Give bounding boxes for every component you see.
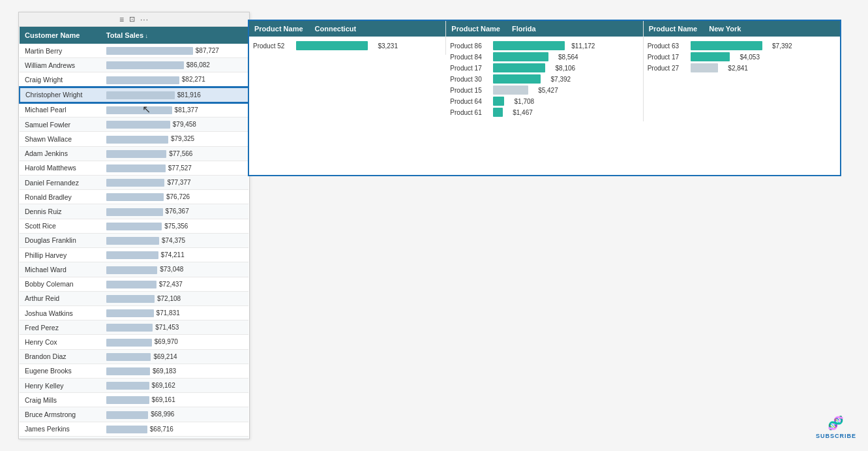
customer-name-cell: Arthur Reid — [20, 291, 101, 305]
total-sales-cell: $68,996 — [101, 407, 248, 422]
table-row[interactable]: Scott Rice$75,356 — [20, 219, 248, 233]
table-row[interactable]: Craig Wright$82,271 — [20, 72, 248, 87]
table-row[interactable]: Bruce Armstrong$68,996 — [20, 407, 248, 422]
table-row[interactable]: Ronald Bradley$76,726 — [20, 190, 248, 204]
chart-row[interactable]: Product 27$2,841 — [648, 63, 836, 72]
chart-row[interactable]: Product 17$4,053 — [648, 52, 836, 61]
table-row[interactable]: Harold Matthews$77,527 — [20, 161, 248, 175]
subscribe-area[interactable]: 🧬 SUBSCRIBE — [816, 415, 856, 439]
customer-name-cell: Fred Perez — [20, 320, 101, 335]
table-row[interactable]: Michael Pearl$81,377 — [20, 102, 248, 117]
chart-row[interactable]: Product 15$5,427 — [450, 86, 638, 95]
chart-row[interactable]: Product 63$7,392 — [648, 41, 836, 50]
chart-row[interactable]: Product 17$8,106 — [450, 63, 638, 72]
subscribe-dna-icon: 🧬 — [828, 415, 844, 431]
chart-row[interactable]: Product 61$1,467 — [450, 108, 638, 117]
table-row[interactable]: Eugene Brooks$69,183 — [20, 364, 248, 378]
connecticut-chart: Product Name Connecticut Product 52$3,23… — [249, 21, 446, 55]
customer-name-cell: Harold Matthews — [20, 161, 101, 175]
total-sales-cell: $69,183 — [101, 364, 248, 378]
table-row[interactable]: Bobby Coleman$72,437 — [20, 277, 248, 291]
table-row[interactable]: Michael Ward$73,048 — [20, 262, 248, 277]
total-sales-cell: $75,356 — [101, 219, 248, 233]
total-sales-cell: $72,108 — [101, 291, 248, 305]
chart-amount: $7,392 — [543, 76, 571, 83]
table-row[interactable]: Christopher Wright$81,916 — [20, 87, 248, 102]
table-row[interactable]: James Perkins$68,716 — [20, 422, 248, 436]
customer-name-cell: William Andrews — [20, 58, 101, 72]
table-row[interactable]: Daniel Fernandez$77,377 — [20, 175, 248, 189]
chart-row[interactable]: Product 30$7,392 — [450, 74, 638, 84]
total-sales-cell: $87,727 — [101, 44, 248, 58]
chart-product-name: Product 27 — [648, 65, 688, 72]
customer-name-cell: Adam Jenkins — [20, 146, 101, 161]
total-sales-cell: $82,271 — [101, 72, 248, 87]
table-row[interactable]: Henry Kelley$69,162 — [20, 379, 248, 393]
customer-name-cell: Scott Rice — [20, 219, 101, 233]
chart-row[interactable]: Product 86$11,172 — [450, 41, 638, 50]
total-sales-cell: $69,161 — [101, 393, 248, 407]
chart-amount: $8,564 — [551, 54, 578, 61]
chart-amount: $2,841 — [721, 65, 748, 72]
table-row[interactable]: Brandon Diaz$69,214 — [20, 349, 248, 364]
customer-name-cell: Henry Kelley — [20, 379, 101, 393]
connecticut-product-label: Product Name — [249, 21, 308, 37]
chart-product-name: Product 17 — [450, 65, 490, 72]
customer-name-cell: James Perkins — [20, 422, 101, 436]
table-row[interactable]: Henry Cox$69,970 — [20, 335, 248, 349]
florida-body: Product 86$11,172Product 84$8,564Product… — [446, 37, 642, 121]
customer-table-panel: ≡ ⊡ ··· Customer Name Total Sales Martin… — [18, 12, 250, 439]
chart-product-name: Product 17 — [648, 54, 688, 61]
total-sales-cell: $77,566 — [101, 146, 248, 161]
customer-name-cell: Michael Ward — [20, 262, 101, 277]
chart-amount: $4,053 — [732, 54, 760, 61]
total-sales-cell: $77,527 — [101, 161, 248, 175]
table-row[interactable]: Phillip Harvey$74,211 — [20, 248, 248, 262]
customer-name-cell: Phillip Harvey — [20, 248, 101, 262]
table-row[interactable]: Fred Perez$71,453 — [20, 320, 248, 335]
table-row[interactable]: William Andrews$86,082 — [20, 58, 248, 72]
connecticut-state-label: Connecticut — [308, 21, 446, 37]
table-row[interactable]: Martin Berry$87,727 — [20, 44, 248, 58]
table-row[interactable]: Samuel Fowler$79,458 — [20, 117, 248, 132]
table-row[interactable]: Joshua Watkins$71,831 — [20, 305, 248, 320]
table-row[interactable]: Arthur Reid$72,108 — [20, 291, 248, 305]
table-row[interactable]: Adam Jenkins$77,566 — [20, 146, 248, 161]
chart-product-name: Product 52 — [253, 42, 293, 50]
customer-table: Customer Name Total Sales Martin Berry$8… — [19, 27, 249, 439]
chart-amount: $1,467 — [505, 109, 533, 116]
chart-amount: $7,392 — [765, 42, 792, 50]
table-row[interactable]: Craig Mills$69,161 — [20, 393, 248, 407]
chart-amount: $8,106 — [548, 65, 575, 72]
total-sales-cell: $79,325 — [101, 132, 248, 146]
table-row[interactable]: Shawn Wallace$79,325 — [20, 132, 248, 146]
total-sales-cell: $76,367 — [101, 204, 248, 219]
total-sales-cell: $71,453 — [101, 320, 248, 335]
chart-row[interactable]: Product 52$3,231 — [253, 41, 441, 50]
subscribe-label: SUBSCRIBE — [816, 433, 856, 439]
chart-row[interactable]: Product 64$1,708 — [450, 97, 638, 106]
total-sales-cell: $69,162 — [101, 379, 248, 393]
customer-name-cell: Dennis Ruiz — [20, 204, 101, 219]
florida-state-label: Florida — [505, 21, 643, 37]
hamburger-icon[interactable]: ≡ — [119, 15, 124, 24]
table-row[interactable]: Alan Scott$68,639 — [20, 436, 248, 439]
total-sales-cell: $74,211 — [101, 248, 248, 262]
table-header-row: Customer Name Total Sales — [20, 27, 248, 44]
chart-amount: $11,172 — [567, 42, 595, 50]
expand-icon[interactable]: ⊡ — [129, 15, 135, 23]
customer-name-cell: Martin Berry — [20, 44, 101, 58]
customer-name-cell: Eugene Brooks — [20, 364, 101, 378]
table-row[interactable]: Douglas Franklin$74,375 — [20, 233, 248, 247]
more-options-icon[interactable]: ··· — [140, 15, 149, 24]
customer-name-header[interactable]: Customer Name — [20, 27, 101, 44]
total-sales-cell: $86,082 — [101, 58, 248, 72]
chart-row[interactable]: Product 84$8,564 — [450, 52, 638, 61]
customer-table-container[interactable]: Customer Name Total Sales Martin Berry$8… — [19, 27, 249, 439]
chart-product-name: Product 64 — [450, 98, 490, 105]
total-sales-header[interactable]: Total Sales — [101, 27, 248, 44]
customer-name-cell: Bobby Coleman — [20, 277, 101, 291]
florida-chart: Product Name Florida Product 86$11,172Pr… — [446, 21, 643, 121]
customer-name-cell: Michael Pearl — [20, 102, 101, 117]
table-row[interactable]: Dennis Ruiz$76,367 — [20, 204, 248, 219]
